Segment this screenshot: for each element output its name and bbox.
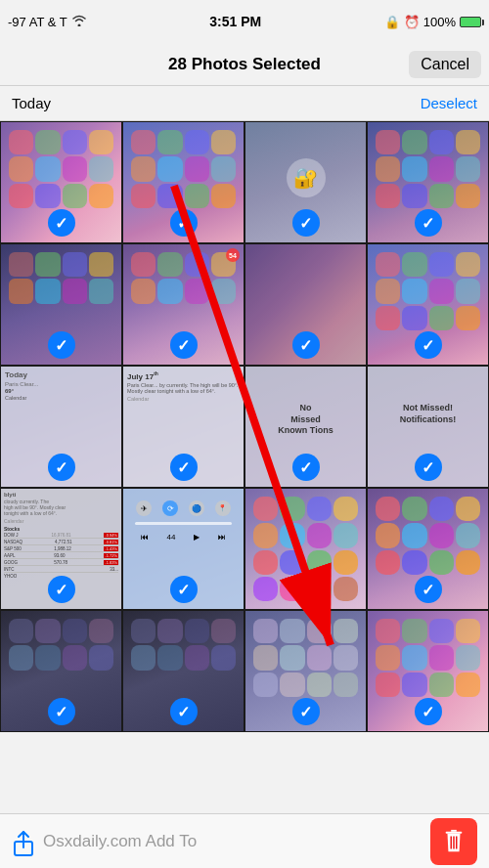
check-circle <box>48 331 75 359</box>
check-circle <box>48 209 75 237</box>
section-header: Today Deselect <box>0 86 489 121</box>
photo-cell[interactable] <box>244 488 367 610</box>
status-bar: -97 AT & T 3:51 PM 🔒 ⏰ 100% <box>0 0 489 43</box>
photo-cell[interactable] <box>367 488 489 610</box>
photo-cell[interactable]: 🔐 <box>244 121 367 243</box>
carrier-label: -97 AT & T <box>8 15 67 29</box>
photo-cell[interactable]: Today Paris Clear... 69° Calendar <box>0 366 122 488</box>
photo-cell[interactable] <box>367 121 489 243</box>
check-circle <box>48 576 75 603</box>
photo-cell[interactable] <box>244 243 367 366</box>
lock-icon: 🔒 <box>384 15 400 29</box>
status-left: -97 AT & T <box>8 15 87 29</box>
battery-percent: 100% <box>423 15 456 29</box>
check-circle <box>48 454 75 481</box>
photo-cell[interactable]: 54 <box>122 243 244 366</box>
section-title: Today <box>12 95 51 111</box>
battery-icon <box>460 17 481 27</box>
check-circle <box>170 454 198 481</box>
notif-text: Not Missed!Notifications! <box>368 403 488 425</box>
photo-cell[interactable] <box>122 610 244 732</box>
check-circle <box>415 209 442 237</box>
delete-button[interactable] <box>430 818 477 865</box>
status-right: 🔒 ⏰ 100% <box>384 15 481 29</box>
check-circle <box>170 698 198 725</box>
photo-cell[interactable]: ✈ ⟳ 🔵 📍 ⏮ 44 ▶ ⏭ <box>122 488 244 610</box>
photo-cell[interactable] <box>244 610 367 732</box>
check-circle <box>292 698 320 725</box>
alarm-icon: ⏰ <box>404 15 420 29</box>
photo-cell[interactable] <box>122 121 244 243</box>
deselect-button[interactable]: Deselect <box>421 95 477 111</box>
header-title: 28 Photos Selected <box>168 55 321 74</box>
share-area: Osxdaily.com Add To <box>12 830 197 853</box>
check-circle <box>170 209 198 237</box>
photo-cell[interactable]: Not Missed!Notifications! <box>367 366 489 488</box>
check-circle <box>48 698 75 725</box>
check-circle <box>292 454 320 481</box>
check-circle <box>292 331 320 359</box>
status-time: 3:51 PM <box>209 14 261 29</box>
trash-icon <box>441 829 467 854</box>
photo-cell[interactable] <box>0 610 122 732</box>
wifi-icon <box>71 15 87 29</box>
check-circle <box>292 209 320 237</box>
check-circle <box>170 576 198 603</box>
check-circle <box>292 576 320 603</box>
photo-cell[interactable] <box>367 610 489 732</box>
check-circle <box>415 576 442 603</box>
photo-grid: 🔐 <box>0 121 489 732</box>
share-icon[interactable] <box>12 830 35 853</box>
header: 28 Photos Selected Cancel <box>0 43 489 86</box>
photo-cell[interactable] <box>0 121 122 243</box>
photo-cell[interactable]: July 17th Paris Clear... by currently. T… <box>122 366 244 488</box>
check-circle <box>170 331 198 359</box>
cancel-button[interactable]: Cancel <box>409 51 481 78</box>
check-circle <box>415 454 442 481</box>
photo-cell[interactable] <box>0 243 122 366</box>
photo-cell[interactable] <box>367 243 489 366</box>
svg-rect-3 <box>446 831 463 833</box>
bottom-toolbar: Osxdaily.com Add To <box>0 813 489 868</box>
add-to-label: Osxdaily.com Add To <box>43 832 197 851</box>
photo-cell[interactable]: blyti cloudy currently. Thehigh will be … <box>0 488 122 610</box>
photo-cell[interactable]: NoMissedKnown Tions <box>244 366 367 488</box>
notif-text: NoMissedKnown Tions <box>245 403 366 437</box>
check-circle <box>415 698 442 725</box>
check-circle <box>415 331 442 359</box>
